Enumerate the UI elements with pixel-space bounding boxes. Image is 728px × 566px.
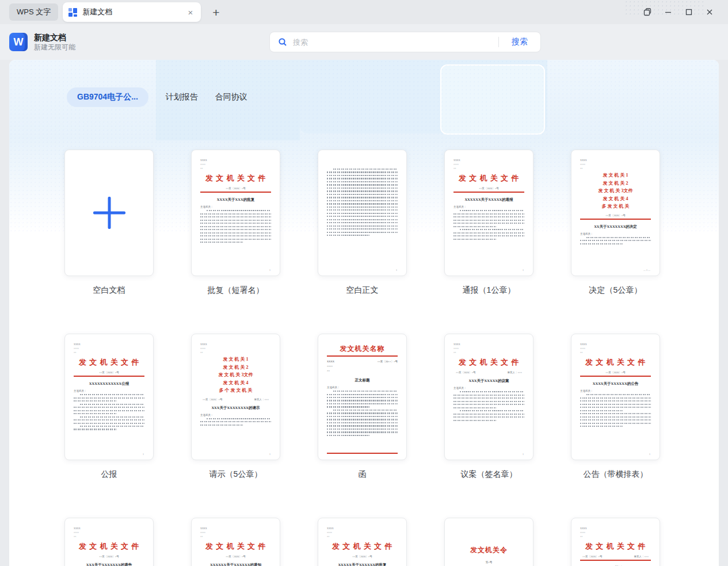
wps-writer-logo: W [9,33,28,51]
page-subtitle: 新建无限可能 [34,43,75,52]
template-card-label: 批复（短署名） [191,285,280,296]
minimize-icon[interactable] [658,3,679,21]
doc-thumbnail: XXXX××××××发 文 机 关 文 件××发〔2020〕×号XXXXXXXX… [65,334,153,460]
template-card-preview[interactable]: XXXX××××××发 文 机 关 1发 文 机 关 2发 文 机 关 3文件发… [571,150,660,276]
red-rule [580,376,651,377]
body-text-line [460,391,524,392]
doc-title: XXXX关于XXXXXX的公告 [580,381,651,387]
template-card: XXXX××××××发 文 机 关 文 件××发〔2020〕×号XXXXXX关于… [191,518,280,566]
red-rule-bottom [327,453,398,454]
body-text-line [580,426,623,427]
doc-ref-number: ××发〔2020〕×号 [200,187,271,190]
body-text-line [80,404,144,405]
template-card: XXXX××××××发 文 机 关 1发 文 机 关 2发 文 机 关 3文件发… [191,334,280,480]
body-text-line [333,391,398,392]
doc-corner-marks: XXXX×××××× [327,527,398,538]
body-text-line [207,418,271,419]
document-tab[interactable]: 新建文档 × [63,2,201,22]
close-icon[interactable] [699,3,720,21]
new-tab-button[interactable]: + [209,6,223,18]
body-text-line [327,216,398,217]
org-title: 发 文 机 关 文 件 [74,357,144,368]
template-card-preview[interactable]: XXXX××××××发 文 机 关 文 件××发〔2020〕×号XXXXXXXX… [64,334,154,460]
doc-corner-marks: XXXX×××××× [74,343,144,354]
overlap-windows-icon[interactable] [637,3,658,21]
template-card-preview[interactable]: XXXX××××××发 文 机 关 文 件××发〔2020〕×号XXXX关于XX… [191,150,280,276]
doc-thumbnail: XXXX××××××发 文 机 关 文 件××发〔2020〕×号XXXX关于XX… [571,334,660,460]
wps-doc-grid-icon [68,8,77,17]
body-text-line [80,416,144,418]
body-text-line [327,213,398,214]
org-title: 发 文 机 关 文 件 [200,541,271,552]
body-text-line [327,419,398,420]
template-card-preview[interactable]: XXXX××××××发 文 机 关 文 件××发〔2020〕×号签发人：×××X… [571,518,660,566]
template-card-preview[interactable]: XXXX××××××发 文 机 关 文 件××发〔2020〕×号签发人：×××X… [444,334,533,460]
doc-salutation: 主送机关： [580,389,651,392]
body-text-line [453,232,524,234]
body-text-line [580,419,651,420]
doc-salutation: 主送机关： [580,232,651,235]
body-text-line [460,210,524,211]
org-title: 发 文 机 关 文 件 [200,173,271,183]
body-text-line [580,400,651,401]
template-card-preview[interactable]: XXXX××××××发 文 机 关 文 件××发〔2020〕×号XXX关于XXX… [64,518,154,566]
body-text-line [327,431,398,433]
body-text-line [327,228,398,230]
doc-salutation: 主送机关： [327,386,398,389]
doc-ref-number: ××发〔2020〕×号签发人：××× [580,555,651,558]
maximize-icon[interactable] [679,3,699,21]
body-text-line [453,220,524,221]
body-text-line [453,235,524,236]
template-card-preview[interactable]: 发文机关令第×号 [444,518,533,566]
templates-panel: GB9704电子公... 计划报告 合同协议 空白文档XXXX××××××发 文… [9,60,719,566]
body-text-line [200,235,271,236]
red-rule [580,219,651,220]
tab-gb9704[interactable]: GB9704电子公... [67,87,148,107]
body-text-line [207,210,271,211]
body-text-line [74,407,144,408]
search-button[interactable]: 搜索 [499,37,540,47]
body-text-line [327,397,398,398]
body-text-line [580,404,651,405]
body-text-line [580,410,623,411]
template-card-preview[interactable]: XXXX××××××发 文 机 关 文 件××发〔2020〕×号XXXXXX关于… [444,150,533,276]
body-text-line [580,423,651,424]
template-card-preview[interactable]: 1 [318,150,407,276]
body-text-line [200,239,271,240]
body-text-line [453,213,524,215]
body-text-line [200,421,271,422]
search-input[interactable] [293,38,498,47]
body-text-line [74,429,116,430]
template-card-preview[interactable]: XXXX××××××发 文 机 关 1发 文 机 关 2发 文 机 关 3文件发… [191,334,280,460]
template-card-preview[interactable] [64,150,154,276]
body-text-line [80,394,144,395]
template-card-preview[interactable]: XXXX××××××发 文 机 关 文 件××发〔2020〕×号XXXX关于XX… [571,334,660,460]
org-title: 发 文 机 关 文 件 [327,541,398,552]
tab-contract[interactable]: 合同协议 [215,92,247,102]
doc-corner-marks: XXXX×××××× [580,159,651,170]
template-card-label: 决定（5公章） [571,285,660,296]
doc-page-number: 1 [523,269,524,271]
doc-corner-marks: XXXX×××××× [453,343,524,354]
template-card-preview[interactable]: XXXX××××××发 文 机 关 文 件××发〔2020〕×号XXXXX关于X… [318,518,407,566]
body-text-line [327,403,398,404]
body-text-line [453,414,524,415]
template-card-label: 请示（5公章） [191,469,280,480]
doc-thumbnail: XXXX××××××发 文 机 关 文 件××发〔2020〕×号签发人：×××X… [571,518,660,566]
template-card-preview[interactable]: 发文机关名称XXXX××××××××发〔20××〕×号正文标题主送机关： [318,334,407,460]
doc-corner-marks: XXXX×××××× [200,527,271,538]
doc-title: XXXXXXXXXXXX公报 [74,381,144,387]
search-icon [278,37,287,47]
tab-close-icon[interactable]: × [185,7,195,18]
doc-page-number: 1 [649,453,650,456]
template-card-preview[interactable]: XXXX××××××发 文 机 关 文 件××发〔2020〕×号XXXXXX关于… [191,518,280,566]
template-card-label: 公告（带横排表） [571,469,660,480]
body-text-line [327,184,398,185]
body-text-line [586,394,651,395]
template-card: 1空白正文 [318,150,407,296]
tab-plan-report[interactable]: 计划报告 [166,92,198,102]
doc-salutation: 主送机关： [200,205,271,208]
wps-app-button[interactable]: WPS 文字 [9,3,58,21]
body-text-line [453,239,496,240]
doc-thumbnail: XXXX××××××发 文 机 关 文 件××发〔2020〕×号XXXX关于XX… [192,150,280,276]
